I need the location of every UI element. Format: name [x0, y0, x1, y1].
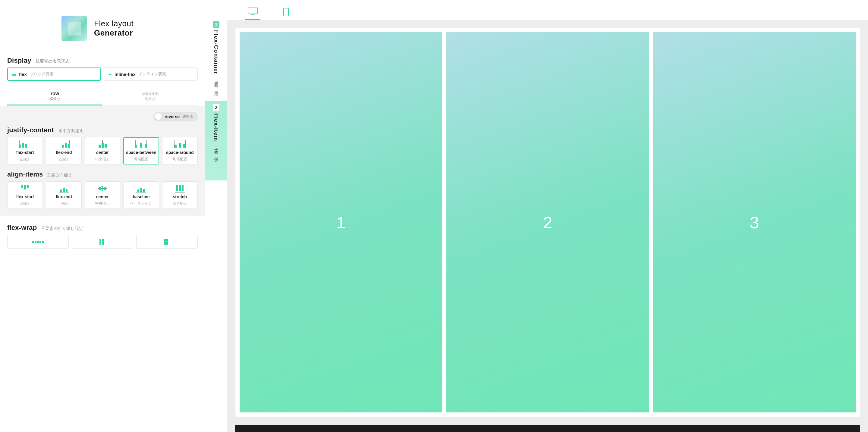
option-label: space-between — [126, 150, 156, 155]
option-display-flex[interactable]: ▬ flex ブロック要素 — [7, 67, 101, 81]
side-section-flex-container[interactable]: 1 Flex-Container 親要素の指定 — [205, 18, 227, 98]
tab-label: column — [102, 91, 198, 96]
align-baseline-icon — [135, 185, 147, 193]
side-section-sub: 親要素の指定 — [213, 78, 219, 90]
justify-flex-start-icon — [19, 140, 31, 148]
section-justify-title: justify-content — [7, 126, 54, 134]
app-title-line2: Generator — [94, 28, 133, 38]
wrap-icon — [32, 241, 44, 243]
preview-item: 1 — [240, 32, 442, 412]
device-tab-desktop[interactable] — [245, 7, 260, 20]
section-wrap-head: flex-wrap 子要素の折り返し設定 — [7, 224, 198, 232]
section-justify-sub: 水平方向揃え — [58, 128, 84, 134]
align-flex-start-icon — [19, 185, 31, 193]
option-sub: 均等配置 — [173, 157, 187, 162]
section-display-title: Display — [7, 57, 31, 64]
option-sub: インライン要素 — [138, 71, 166, 77]
code-panel[interactable] — [235, 425, 860, 432]
option-wrap-2[interactable] — [72, 235, 133, 248]
option-align-center[interactable]: center中央揃え — [85, 181, 120, 209]
option-label: flex-start — [16, 150, 34, 155]
option-align-flex-start[interactable]: flex-start上揃え — [7, 181, 43, 209]
section-align-title: align-items — [7, 170, 43, 178]
tab-sub: 横並び — [7, 96, 102, 102]
option-sub: 上揃え — [20, 201, 30, 206]
preview-item: 2 — [446, 32, 649, 412]
side-section-sub: 子要素の指定 — [213, 144, 219, 156]
toggle-sub: 逆向き — [183, 114, 193, 119]
option-label: flex — [19, 72, 27, 77]
justify-center-icon — [96, 140, 108, 148]
option-label: center — [96, 194, 109, 199]
justify-space-around-icon — [174, 140, 186, 148]
option-justify-space-between[interactable]: space-between両端配置 — [123, 137, 159, 165]
option-sub: 右揃え — [59, 157, 69, 162]
toggle-knob — [155, 113, 161, 120]
side-section-badge: 2 — [213, 104, 219, 111]
section-align-sub: 垂直方向揃え — [47, 173, 72, 178]
wrap-icon — [99, 239, 105, 244]
app-logo-icon — [61, 16, 87, 41]
app-title: Flex layout Generator — [94, 19, 133, 38]
option-sub: 両端配置 — [134, 157, 148, 162]
tab-direction-row[interactable]: row 横並び — [7, 87, 102, 105]
option-sub: 中央揃え — [95, 201, 110, 206]
option-label: flex-end — [56, 194, 72, 199]
section-wrap-sub: 子要素の折り返し設定 — [41, 226, 83, 231]
wrap-icon — [164, 239, 170, 244]
option-wrap-3[interactable] — [136, 235, 198, 248]
section-align-head: align-items 垂直方向揃え — [7, 170, 198, 178]
app-logo-row: Flex layout Generator — [7, 7, 198, 54]
svg-rect-1 — [251, 14, 255, 15]
justify-space-between-icon — [135, 140, 147, 148]
option-sub: 中央揃え — [95, 157, 110, 162]
option-justify-flex-start[interactable]: flex-start左揃え — [7, 137, 43, 165]
preview-container: 1 2 3 — [235, 28, 860, 417]
tab-sub: 縦並び — [102, 96, 198, 102]
option-sub: 高さ揃え — [173, 201, 187, 206]
svg-point-3 — [286, 14, 287, 15]
option-label: baseline — [133, 194, 150, 199]
option-justify-space-around[interactable]: space-around均等配置 — [162, 137, 198, 165]
app-title-line1: Flex layout — [94, 19, 133, 28]
side-section-title: Flex-Container — [213, 30, 219, 74]
option-label: inline-flex — [115, 72, 135, 77]
tab-label: row — [7, 91, 102, 96]
justify-flex-end-icon — [58, 140, 70, 148]
desktop-icon — [248, 7, 258, 15]
flex-icon: ▬ — [12, 72, 16, 76]
option-display-inline-flex[interactable]: ▪▪ inline-flex インライン要素 — [104, 67, 198, 81]
preview-item: 3 — [653, 32, 856, 412]
option-sub: 下揃え — [59, 201, 69, 206]
option-sub: ブロック要素 — [30, 71, 53, 77]
toggle-reverse[interactable]: reverse 逆向き — [153, 112, 198, 122]
side-section-flex-item[interactable]: 2 Flex-Item 子要素の指定 — [205, 101, 227, 180]
option-justify-center[interactable]: center中央揃え — [85, 137, 120, 165]
option-label: flex-end — [56, 150, 72, 155]
mobile-icon — [283, 8, 289, 16]
option-justify-flex-end[interactable]: flex-end右揃え — [46, 137, 82, 165]
toggle-label: reverse — [164, 114, 180, 119]
align-center-icon — [96, 185, 108, 193]
option-label: center — [96, 150, 109, 155]
option-align-baseline[interactable]: baselineベースライン — [123, 181, 159, 209]
section-justify-head: justify-content 水平方向揃え — [7, 126, 198, 134]
side-section-title: Flex-Item — [213, 113, 219, 141]
tab-direction-column[interactable]: column 縦並び — [102, 87, 198, 105]
align-flex-end-icon — [58, 185, 70, 193]
svg-rect-0 — [248, 8, 258, 14]
section-display-sub: 親要素の表示形式 — [36, 59, 69, 64]
device-tab-mobile[interactable] — [278, 8, 293, 20]
option-label: space-around — [166, 150, 194, 155]
inline-flex-icon: ▪▪ — [108, 72, 112, 76]
option-label: flex-start — [16, 194, 34, 199]
option-align-flex-end[interactable]: flex-end下揃え — [46, 181, 82, 209]
option-sub: ベースライン — [130, 201, 152, 206]
section-display-head: Display 親要素の表示形式 — [7, 57, 198, 64]
option-align-stretch[interactable]: stretch高さ揃え — [162, 181, 198, 209]
align-stretch-icon — [174, 185, 186, 193]
option-label: stretch — [173, 194, 187, 199]
option-wrap-1[interactable] — [7, 235, 69, 248]
option-sub: 左揃え — [20, 157, 30, 162]
section-wrap-title: flex-wrap — [7, 224, 37, 232]
